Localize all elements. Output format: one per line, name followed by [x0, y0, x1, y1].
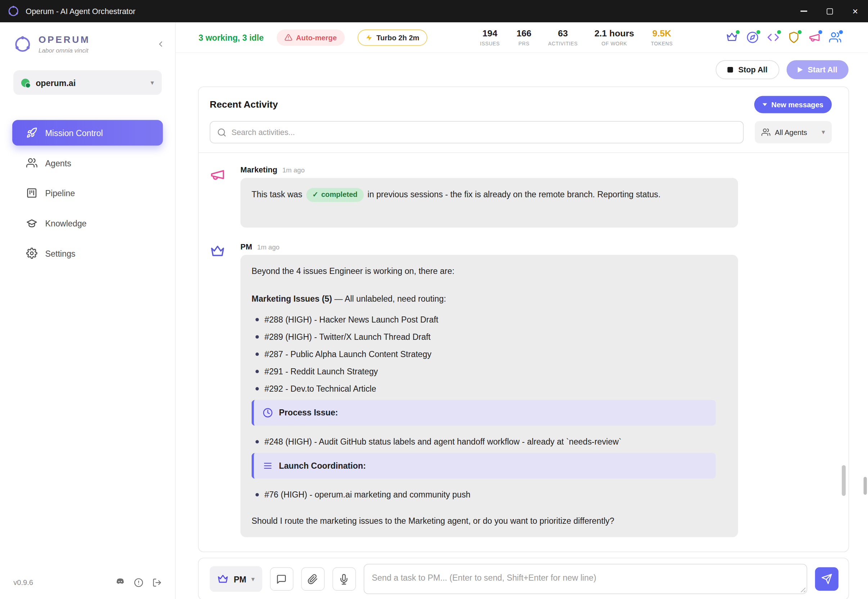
- discord-button[interactable]: [116, 577, 125, 588]
- launch-coordination-callout: Launch Coordination:: [252, 453, 716, 479]
- process-issue-callout: Process Issue:: [252, 400, 716, 426]
- issue-item: #288 (HIGH) - Hacker News Launch Post Dr…: [252, 313, 727, 325]
- sidebar-item-mission-control[interactable]: Mission Control: [12, 120, 163, 145]
- turbo-badge[interactable]: Turbo 2h 2m: [358, 29, 427, 45]
- composer-agent-selector[interactable]: PM ▾: [210, 566, 262, 592]
- run-controls: Stop All Start All: [176, 53, 868, 79]
- issue-item: #291 - Reddit Launch Strategy: [252, 366, 727, 377]
- sidebar: OPERUM Labor omnia vincit operum.ai ▾ Mi…: [0, 22, 176, 599]
- message-bubble: This task was✓completedin previous sessi…: [241, 178, 738, 227]
- list-icon: [263, 461, 273, 471]
- workspace-name: operum.ai: [36, 78, 144, 87]
- agent-chip-engineer[interactable]: [767, 31, 779, 44]
- main-content: 3 working, 3 idle Auto-merge Turbo 2h 2m…: [176, 22, 868, 599]
- logout-button[interactable]: [152, 578, 162, 587]
- check-icon: ✓: [313, 190, 319, 200]
- clock-icon: [263, 408, 273, 418]
- chevron-left-icon: [156, 40, 165, 48]
- agent-chip-qa[interactable]: [788, 31, 800, 44]
- automerge-badge[interactable]: Auto-merge: [277, 29, 344, 45]
- search-icon: [217, 128, 226, 137]
- brand-name: OPERUM: [39, 35, 90, 46]
- kanban-icon: [26, 188, 38, 199]
- stop-icon: [728, 67, 733, 72]
- warning-icon: [284, 33, 292, 41]
- start-all-button[interactable]: Start All: [787, 60, 848, 79]
- window-scrollbar-thumb[interactable]: [863, 477, 867, 495]
- window-title: Operum - AI Agent Orchestrator: [26, 7, 135, 16]
- graduation-cap-icon: [26, 217, 38, 229]
- new-messages-button[interactable]: New messages: [754, 96, 832, 113]
- title-bar: Operum - AI Agent Orchestrator ✕: [0, 0, 868, 22]
- sidebar-nav: Mission Control Agents Pipeline Knowledg…: [0, 120, 175, 266]
- sidebar-item-label: Agents: [45, 158, 71, 167]
- gear-icon: [26, 248, 38, 259]
- status-dot-blue: [838, 30, 844, 35]
- timestamp: 1m ago: [257, 243, 279, 251]
- stats-group: 194 ISSUES 166 PRS 63 ACTIVITIES 2.1 h: [480, 29, 672, 46]
- agent-chip-compass[interactable]: [746, 31, 758, 44]
- agent-chip-pm[interactable]: [726, 31, 738, 44]
- section-heading: Marketing Issues (5) — All unlabeled, ne…: [252, 293, 727, 305]
- agent-name: PM: [241, 242, 253, 251]
- recent-activity-panel: Recent Activity New messages All Agents: [198, 86, 849, 552]
- alerts-button[interactable]: [134, 578, 143, 587]
- app-logo-icon: [7, 5, 20, 17]
- play-icon: [798, 67, 803, 72]
- app-window: Operum - AI Agent Orchestrator ✕ OPERUM …: [0, 0, 868, 599]
- completed-badge: ✓completed: [306, 188, 363, 202]
- app-version: v0.9.6: [13, 578, 33, 586]
- agent-filter-dropdown[interactable]: All Agents ▾: [755, 121, 832, 143]
- maximize-button[interactable]: [817, 0, 842, 22]
- logout-icon: [152, 578, 162, 587]
- message-bubble: Beyond the 4 issues Engineer is working …: [241, 255, 738, 537]
- caret-down-icon: [763, 103, 767, 106]
- agent-chip-marketing[interactable]: [808, 31, 820, 44]
- minimize-icon: [801, 11, 808, 12]
- workspace-selector[interactable]: operum.ai ▾: [13, 70, 162, 95]
- agent-chip-community[interactable]: [829, 31, 841, 44]
- feed-entry-marketing: Marketing 1m ago This task was✓completed…: [210, 165, 834, 227]
- search-input[interactable]: [232, 128, 736, 137]
- users-icon: [761, 128, 770, 137]
- sidebar-item-label: Mission Control: [45, 128, 103, 137]
- status-dot-green: [756, 30, 761, 35]
- stat-prs: 166 PRS: [517, 29, 531, 46]
- sidebar-item-pipeline[interactable]: Pipeline: [12, 180, 163, 206]
- panel-title: Recent Activity: [210, 99, 278, 110]
- task-composer: PM ▾: [198, 558, 849, 599]
- agent-filter-value: All Agents: [775, 128, 807, 137]
- chat-mode-button[interactable]: [270, 567, 293, 591]
- agents-working-status: 3 working, 3 idle: [199, 33, 264, 42]
- close-button[interactable]: ✕: [842, 0, 868, 22]
- sidebar-item-agents[interactable]: Agents: [12, 150, 163, 176]
- stat-issues: 194 ISSUES: [480, 29, 500, 46]
- minimize-button[interactable]: [791, 0, 817, 22]
- sidebar-collapse-button[interactable]: [156, 40, 165, 48]
- operum-logo-icon: [13, 35, 32, 53]
- chevron-down-icon: ▾: [251, 575, 254, 583]
- rocket-icon: [26, 127, 38, 138]
- activity-feed: Marketing 1m ago This task was✓completed…: [199, 152, 848, 551]
- send-icon: [821, 573, 832, 585]
- stat-activities: 63 ACTIVITIES: [548, 29, 578, 46]
- issue-list: #248 (HIGH) - Audit GitHub status labels…: [252, 436, 727, 447]
- issue-item: #248 (HIGH) - Audit GitHub status labels…: [252, 436, 727, 447]
- send-button[interactable]: [815, 567, 838, 591]
- sidebar-item-knowledge[interactable]: Knowledge: [12, 210, 163, 236]
- status-toolbar: 3 working, 3 idle Auto-merge Turbo 2h 2m…: [176, 22, 868, 53]
- feed-entry-pm: PM 1m ago Beyond the 4 issues Engineer i…: [210, 242, 834, 537]
- chevron-down-icon: ▾: [821, 128, 825, 136]
- stop-all-button[interactable]: Stop All: [716, 60, 779, 79]
- microphone-button[interactable]: [332, 567, 356, 591]
- activity-search: [210, 121, 744, 143]
- chevron-down-icon: ▾: [150, 78, 154, 86]
- paperclip-icon: [307, 574, 318, 584]
- sidebar-item-settings[interactable]: Settings: [12, 241, 163, 266]
- issue-list: #288 (HIGH) - Hacker News Launch Post Dr…: [252, 313, 727, 394]
- microphone-icon: [339, 574, 349, 584]
- issue-item: #292 - Dev.to Technical Article: [252, 383, 727, 394]
- attach-file-button[interactable]: [301, 567, 324, 591]
- feed-scrollbar-thumb[interactable]: [842, 465, 846, 496]
- task-input[interactable]: [364, 564, 808, 594]
